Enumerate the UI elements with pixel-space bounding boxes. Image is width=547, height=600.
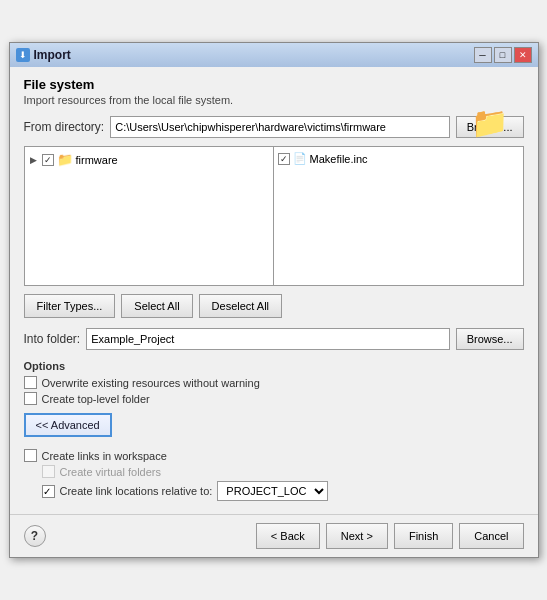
footer-right: < Back Next > Finish Cancel [256, 523, 524, 549]
file-checkbox[interactable] [278, 153, 290, 165]
from-directory-row: From directory: Browse... [24, 116, 524, 138]
file-label: Makefile.inc [310, 153, 368, 165]
create-links-label: Create links in workspace [42, 450, 167, 462]
list-item[interactable]: 📄 Makefile.inc [278, 151, 519, 166]
footer-left: ? [24, 525, 46, 547]
into-folder-browse-button[interactable]: Browse... [456, 328, 524, 350]
file-icon: 📄 [293, 152, 307, 165]
maximize-button[interactable]: □ [494, 47, 512, 63]
minimize-button[interactable]: ─ [474, 47, 492, 63]
options-title: Options [24, 360, 524, 372]
close-button[interactable]: ✕ [514, 47, 532, 63]
help-button[interactable]: ? [24, 525, 46, 547]
import-dialog: ⬇ Import ─ □ ✕ File system Import resour… [9, 42, 539, 558]
deselect-all-button[interactable]: Deselect All [199, 294, 282, 318]
dialog-footer: ? < Back Next > Finish Cancel [10, 514, 538, 557]
left-file-pane[interactable]: ▶ 📁 firmware [25, 147, 274, 285]
create-top-level-checkbox[interactable] [24, 392, 37, 405]
window-icon: ⬇ [16, 48, 30, 62]
back-button[interactable]: < Back [256, 523, 320, 549]
link-locations-dropdown[interactable]: PROJECT_LOC [217, 481, 328, 501]
advanced-indent: Create virtual folders ✓ Create link loc… [24, 465, 524, 501]
create-virtual-checkbox[interactable] [42, 465, 55, 478]
finish-button[interactable]: Finish [394, 523, 453, 549]
next-button[interactable]: Next > [326, 523, 388, 549]
into-folder-input[interactable] [86, 328, 449, 350]
folder-icon: 📁 [57, 152, 73, 167]
create-links-checkbox[interactable] [24, 449, 37, 462]
filter-types-button[interactable]: Filter Types... [24, 294, 116, 318]
overwrite-option-row: Overwrite existing resources without war… [24, 376, 524, 389]
overwrite-checkbox[interactable] [24, 376, 37, 389]
from-directory-input[interactable] [110, 116, 449, 138]
window-title: Import [34, 48, 71, 62]
options-group: Options Overwrite existing resources wit… [24, 360, 524, 405]
title-controls: ─ □ ✕ [474, 47, 532, 63]
header-section: File system Import resources from the lo… [24, 77, 524, 106]
create-virtual-option-row: Create virtual folders [42, 465, 524, 478]
right-file-pane[interactable]: 📄 Makefile.inc [274, 147, 523, 285]
create-links-option-row: Create links in workspace [24, 449, 524, 462]
action-buttons-row: Filter Types... Select All Deselect All [24, 294, 524, 318]
advanced-button[interactable]: << Advanced [24, 413, 112, 437]
select-all-button[interactable]: Select All [121, 294, 192, 318]
create-top-level-label: Create top-level folder [42, 393, 150, 405]
file-panes: ▶ 📁 firmware 📄 Makefile.inc [24, 146, 524, 286]
link-locations-checkbox[interactable]: ✓ [42, 485, 55, 498]
advanced-section: Create links in workspace Create virtual… [24, 449, 524, 501]
link-locations-option-row: ✓ Create link locations relative to: PRO… [42, 481, 524, 501]
create-virtual-label: Create virtual folders [60, 466, 162, 478]
expand-arrow-icon[interactable]: ▶ [29, 155, 39, 165]
folder-icon-large: 📁 [471, 105, 508, 140]
from-directory-label: From directory: [24, 120, 105, 134]
section-subtitle: Import resources from the local file sys… [24, 94, 524, 106]
dialog-content: File system Import resources from the lo… [10, 67, 538, 514]
overwrite-label: Overwrite existing resources without war… [42, 377, 260, 389]
create-top-level-option-row: Create top-level folder [24, 392, 524, 405]
folder-checkbox[interactable] [42, 154, 54, 166]
list-item[interactable]: ▶ 📁 firmware [29, 151, 269, 168]
folder-label: firmware [76, 154, 118, 166]
title-bar: ⬇ Import ─ □ ✕ [10, 43, 538, 67]
title-bar-left: ⬇ Import [16, 48, 71, 62]
section-title: File system [24, 77, 524, 92]
into-folder-label: Into folder: [24, 332, 81, 346]
link-locations-label: Create link locations relative to: [60, 485, 213, 497]
into-folder-row: Into folder: Browse... [24, 328, 524, 350]
cancel-button[interactable]: Cancel [459, 523, 523, 549]
